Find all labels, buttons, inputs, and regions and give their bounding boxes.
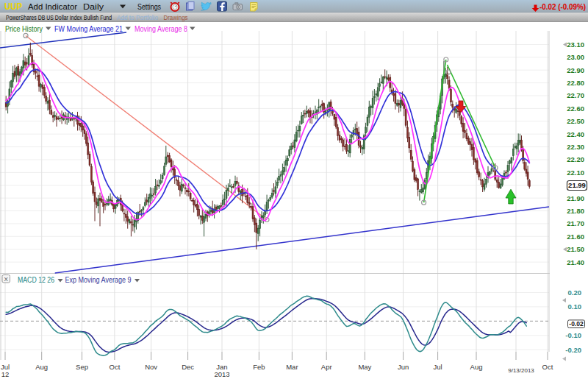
svg-text:-0.20: -0.20 — [565, 346, 581, 354]
svg-text:Aug: Aug — [35, 363, 48, 371]
svg-text:X: X — [4, 276, 9, 283]
svg-text:Mar: Mar — [286, 363, 298, 371]
svg-text:21.80: 21.80 — [567, 207, 584, 215]
svg-text:May: May — [358, 363, 371, 371]
svg-text:Apr: Apr — [321, 363, 332, 371]
svg-text:21.60: 21.60 — [567, 233, 584, 241]
svg-text:0.10: 0.10 — [568, 302, 582, 311]
svg-text:22.60: 22.60 — [567, 105, 584, 113]
svg-text:Daily: Daily — [83, 2, 104, 11]
svg-text:Add Indicator: Add Indicator — [28, 2, 77, 11]
svg-text:Price History: Price History — [5, 24, 43, 33]
svg-text:22.80: 22.80 — [567, 79, 584, 87]
svg-text:22.70: 22.70 — [567, 91, 584, 99]
svg-text:22.50: 22.50 — [567, 117, 584, 125]
svg-text:Settings: Settings — [137, 2, 161, 11]
svg-text:-0.02 (-0.09%): -0.02 (-0.09%) — [539, 2, 586, 11]
svg-text:Sep: Sep — [76, 363, 88, 371]
svg-text:22.90: 22.90 — [567, 66, 584, 74]
svg-text:Jun: Jun — [398, 363, 409, 371]
svg-text:22.20: 22.20 — [567, 155, 584, 163]
svg-text:Oct: Oct — [542, 363, 553, 371]
svg-text:9/13/2013: 9/13/2013 — [508, 367, 534, 374]
svg-text:Add to Portfolio: Add to Portfolio — [117, 14, 158, 21]
svg-text:22.10: 22.10 — [567, 169, 584, 177]
svg-text:Nov: Nov — [145, 363, 157, 371]
svg-text:2013: 2013 — [214, 370, 229, 378]
svg-text:21.90: 21.90 — [567, 194, 584, 202]
svg-text:Aug: Aug — [470, 363, 483, 371]
svg-text:0.20: 0.20 — [568, 288, 582, 297]
svg-text:Dec: Dec — [182, 363, 194, 371]
svg-text:23.00: 23.00 — [567, 53, 584, 61]
svg-text:22.30: 22.30 — [567, 143, 584, 151]
svg-text:Feb: Feb — [253, 363, 265, 371]
svg-text:PowerShares DB US Dollar Index: PowerShares DB US Dollar Index Bullish F… — [6, 14, 112, 21]
svg-text:21.50: 21.50 — [567, 245, 584, 253]
svg-text:22.40: 22.40 — [567, 130, 584, 138]
svg-text:Moving Average 8: Moving Average 8 — [135, 24, 187, 33]
svg-text:Oct: Oct — [110, 363, 121, 371]
svg-text:UUP: UUP — [4, 1, 22, 12]
svg-text:21.99: 21.99 — [568, 181, 586, 189]
svg-text:21.70: 21.70 — [567, 219, 584, 227]
svg-text:FW Moving Average 21: FW Moving Average 21 — [54, 24, 123, 33]
svg-text:Jul: Jul — [434, 363, 442, 371]
svg-text:12: 12 — [1, 370, 10, 378]
svg-text:21.40: 21.40 — [567, 258, 584, 266]
svg-text:Exp Moving Average 9: Exp Moving Average 9 — [65, 276, 132, 284]
svg-text:-0.10: -0.10 — [565, 331, 581, 339]
svg-text:23.10: 23.10 — [567, 40, 584, 49]
svg-text:-0.02: -0.02 — [569, 320, 584, 327]
svg-text:Drawings: Drawings — [164, 14, 188, 21]
svg-text:MACD 12 26: MACD 12 26 — [18, 276, 54, 284]
